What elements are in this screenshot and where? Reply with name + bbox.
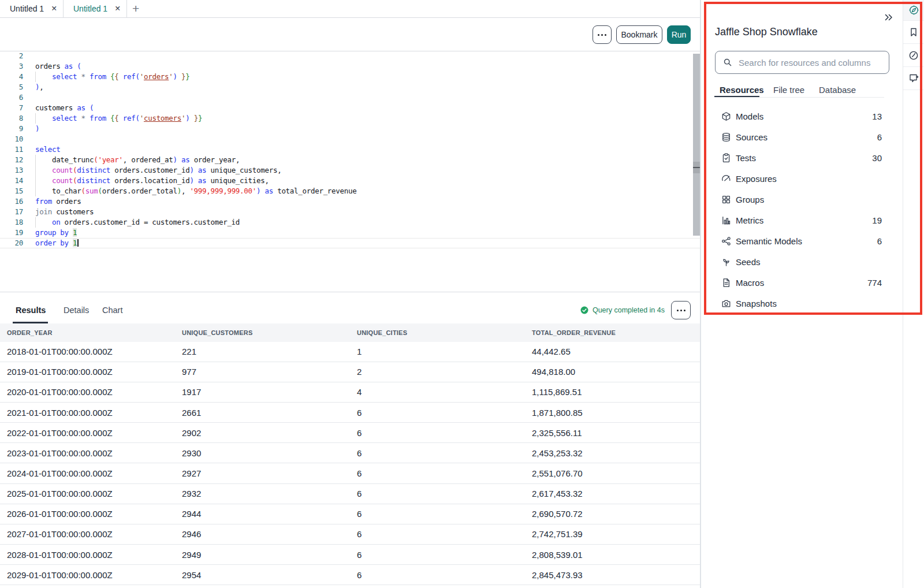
table-cell: 2,845,473.93 bbox=[525, 570, 700, 580]
table-cell: 221 bbox=[175, 347, 350, 356]
code-text: customers as ( bbox=[23, 103, 94, 112]
pane-resizer-handle[interactable] bbox=[693, 54, 700, 236]
resizer-grip bbox=[693, 167, 700, 168]
line-number: 20 bbox=[0, 238, 23, 248]
code-line[interactable]: 3orders as ( bbox=[0, 61, 700, 72]
column-header: UNIQUE_CUSTOMERS bbox=[175, 329, 350, 336]
collapse-sidebar-icon[interactable] bbox=[884, 13, 893, 22]
code-line[interactable]: 15 to_char(sum(orders.order_total), '999… bbox=[0, 186, 700, 196]
line-number: 8 bbox=[0, 113, 23, 124]
code-line[interactable]: 13 count(distinct orders.customer_id) as… bbox=[0, 165, 700, 176]
resource-label: Sources bbox=[736, 132, 877, 142]
code-text: select * from {{ ref('orders') }} bbox=[23, 72, 189, 81]
code-line[interactable]: 12 date_trunc('year', ordered_at) as ord… bbox=[0, 155, 700, 165]
code-line[interactable]: 18 on orders.customer_id = customers.cus… bbox=[0, 217, 700, 228]
table-cell: 2,690,570.72 bbox=[525, 509, 700, 519]
editor-tabbar: Untitled 1 ✕ Untitled 1 ✕ + bbox=[0, 0, 700, 18]
tab-details[interactable]: Details bbox=[64, 295, 89, 326]
code-text: group by 1 bbox=[23, 228, 77, 237]
table-row: 2021-01-01T00:00:00.000Z266161,871,800.8… bbox=[0, 403, 700, 423]
resource-label: Models bbox=[736, 111, 872, 121]
code-text bbox=[23, 51, 35, 60]
resource-item-groups[interactable]: Groups bbox=[701, 189, 903, 210]
code-line[interactable]: 2 bbox=[0, 51, 700, 61]
tab-untitled-1[interactable]: Untitled 1 ✕ bbox=[0, 0, 64, 17]
sql-editor[interactable]: 23orders as (4 select * from {{ ref('ord… bbox=[0, 51, 700, 292]
line-number: 5 bbox=[0, 82, 23, 92]
line-number: 16 bbox=[0, 196, 23, 207]
code-line[interactable]: 9) bbox=[0, 124, 700, 134]
code-line[interactable]: 5), bbox=[0, 82, 700, 92]
table-row: 2018-01-01T00:00:00.000Z221144,442.65 bbox=[0, 342, 700, 362]
code-line[interactable]: 7customers as ( bbox=[0, 103, 700, 113]
code-line[interactable]: 14 count(distinct orders.location_id) as… bbox=[0, 176, 700, 186]
search-input[interactable] bbox=[739, 58, 877, 68]
code-line[interactable]: 17join customers bbox=[0, 207, 700, 217]
table-cell: 2930 bbox=[175, 448, 350, 458]
table-cell: 6 bbox=[350, 408, 525, 418]
code-area: 23orders as (4 select * from {{ ref('ord… bbox=[0, 51, 700, 248]
resource-item-tests[interactable]: Tests 30 bbox=[701, 147, 903, 168]
history-button[interactable] bbox=[903, 44, 924, 67]
ellipsis-icon bbox=[593, 26, 611, 43]
discover-button[interactable] bbox=[903, 0, 924, 21]
table-cell: 1,115,869.51 bbox=[525, 387, 700, 397]
code-line[interactable]: 20order by 1 bbox=[0, 238, 700, 248]
resource-item-exposures[interactable]: Exposures bbox=[701, 168, 903, 189]
code-text: count(distinct orders.location_id) as un… bbox=[23, 176, 269, 185]
tab-untitled-2[interactable]: Untitled 1 ✕ bbox=[64, 0, 127, 17]
tabs-separator bbox=[714, 97, 884, 98]
line-number: 3 bbox=[0, 61, 23, 72]
table-cell: 6 bbox=[350, 529, 525, 539]
resource-count: 774 bbox=[867, 278, 882, 288]
resource-item-macros[interactable]: Macros 774 bbox=[701, 272, 903, 293]
close-icon[interactable]: ✕ bbox=[115, 5, 121, 13]
code-line[interactable]: 10 bbox=[0, 134, 700, 144]
editor-more-button[interactable] bbox=[593, 25, 612, 44]
bookmark-button[interactable]: Bookmark bbox=[616, 25, 662, 44]
results-panel: Results Details Chart Query completed in… bbox=[0, 292, 700, 588]
tab-chart[interactable]: Chart bbox=[102, 295, 122, 326]
code-text: count(distinct orders.customer_id) as un… bbox=[23, 166, 281, 174]
bookmarks-button[interactable] bbox=[903, 21, 924, 44]
code-line[interactable]: 8 select * from {{ ref('customers') }} bbox=[0, 113, 700, 124]
resource-item-semantic-models[interactable]: Semantic Models 6 bbox=[701, 230, 903, 251]
resource-item-sources[interactable]: Sources 6 bbox=[701, 126, 903, 147]
run-button[interactable]: Run bbox=[667, 25, 691, 44]
new-tab-button[interactable]: + bbox=[132, 1, 139, 16]
results-table: ORDER_YEARUNIQUE_CUSTOMERSUNIQUE_CITIEST… bbox=[0, 323, 700, 585]
resource-item-seeds[interactable]: Seeds bbox=[701, 251, 903, 272]
table-header-row: ORDER_YEARUNIQUE_CUSTOMERSUNIQUE_CITIEST… bbox=[0, 323, 700, 342]
code-text: ) bbox=[23, 124, 39, 133]
line-number: 10 bbox=[0, 134, 23, 144]
close-icon[interactable]: ✕ bbox=[51, 5, 57, 13]
line-number: 6 bbox=[0, 92, 23, 103]
tab-results[interactable]: Results bbox=[16, 295, 46, 326]
resource-item-models[interactable]: Models 13 bbox=[701, 106, 903, 126]
code-line[interactable]: 16from orders bbox=[0, 196, 700, 207]
table-cell: 6 bbox=[350, 550, 525, 560]
code-line[interactable]: 4 select * from {{ ref('orders') }} bbox=[0, 72, 700, 82]
search-icon bbox=[723, 58, 732, 67]
table-row: 2028-01-01T00:00:00.000Z294962,808,539.0… bbox=[0, 545, 700, 565]
feedback-icon bbox=[908, 73, 919, 84]
code-line[interactable]: 11select bbox=[0, 144, 700, 155]
file-text-icon bbox=[721, 278, 731, 288]
table-cell: 2025-01-01T00:00:00.000Z bbox=[0, 489, 175, 498]
code-line[interactable]: 19group by 1 bbox=[0, 228, 700, 238]
column-header: ORDER_YEAR bbox=[0, 329, 175, 336]
sprout-icon bbox=[721, 257, 731, 267]
code-text: ), bbox=[23, 83, 43, 91]
code-line[interactable]: 6 bbox=[0, 92, 700, 103]
table-row: 2029-01-01T00:00:00.000Z295462,845,473.9… bbox=[0, 565, 700, 585]
resource-label: Tests bbox=[736, 153, 872, 163]
table-row: 2025-01-01T00:00:00.000Z293262,617,453.3… bbox=[0, 484, 700, 504]
resource-count: 6 bbox=[877, 236, 882, 246]
feedback-button[interactable] bbox=[903, 67, 924, 90]
table-cell: 2927 bbox=[175, 468, 350, 478]
search-box[interactable] bbox=[715, 51, 889, 74]
status-text: Query completed in 4s bbox=[593, 306, 665, 314]
resource-item-snapshots[interactable]: Snapshots bbox=[701, 293, 903, 314]
results-more-button[interactable] bbox=[671, 301, 691, 319]
resource-item-metrics[interactable]: Metrics 19 bbox=[701, 210, 903, 230]
